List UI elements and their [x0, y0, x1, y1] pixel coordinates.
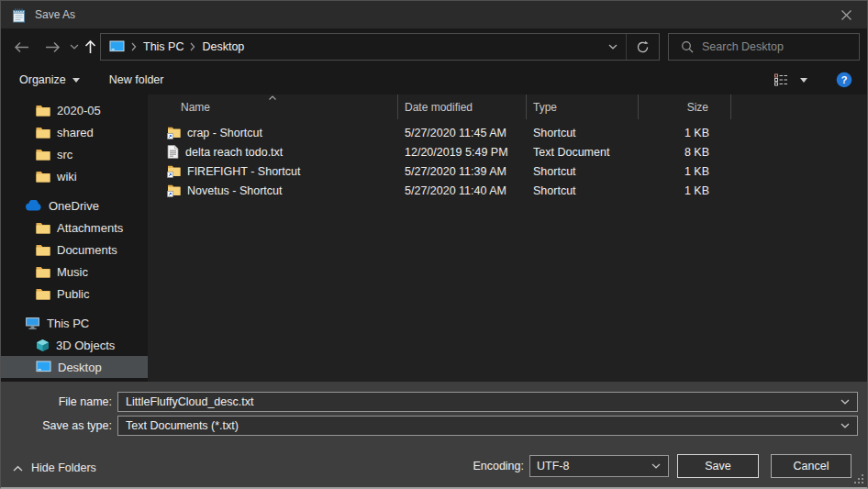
sidebar-item-2020-05[interactable]: 2020-05 — [1, 99, 148, 121]
chevron-down-icon — [70, 44, 79, 50]
title-bar: Save As — [1, 1, 867, 28]
column-header-name[interactable]: Name — [148, 94, 398, 119]
sidebar-item-shared[interactable]: shared — [1, 121, 148, 143]
folder-icon — [36, 288, 50, 300]
svg-text:?: ? — [841, 74, 848, 85]
sidebar-item-this-pc[interactable]: This PC — [1, 312, 148, 334]
chevron-down-icon[interactable] — [840, 399, 850, 405]
encoding-select[interactable]: UTF-8 — [529, 455, 669, 477]
save-button[interactable]: Save — [677, 454, 759, 478]
search-icon — [681, 40, 694, 53]
sidebar-item-documents[interactable]: Documents — [1, 239, 148, 261]
arrow-up-icon — [84, 39, 96, 54]
arrow-right-icon — [45, 41, 61, 53]
column-header-date-modified[interactable]: Date modified — [398, 94, 527, 119]
sidebar-item-attachments[interactable]: Attachments — [1, 217, 148, 239]
cancel-button[interactable]: Cancel — [771, 454, 851, 478]
folder-icon — [36, 222, 50, 234]
organize-label: Organize — [19, 73, 66, 86]
desktop-icon — [36, 361, 51, 373]
folder-icon — [36, 105, 50, 117]
back-button[interactable] — [8, 35, 34, 59]
resize-grip[interactable] — [854, 474, 864, 484]
refresh-button[interactable] — [627, 34, 659, 60]
close-button[interactable] — [826, 1, 867, 28]
cloud-icon — [25, 200, 42, 211]
breadcrumb-chevron-icon — [125, 42, 143, 51]
folder-icon — [36, 244, 50, 256]
refresh-icon — [636, 40, 650, 54]
sidebar-item-desktop[interactable]: Desktop — [1, 356, 148, 378]
encoding-value: UTF-8 — [530, 460, 569, 472]
save-as-type-select[interactable]: Text Documents (*.txt) — [117, 416, 858, 436]
main-area: 2020-05 shared src wiki OneDrive Attachm… — [1, 94, 867, 382]
details-view-icon — [773, 73, 788, 86]
sidebar-item-3d-objects[interactable]: 3D Objects — [1, 334, 148, 356]
save-as-type-value: Text Documents (*.txt) — [118, 419, 239, 432]
file-row[interactable]: delta reach todo.txt 12/20/2019 5:49 PM … — [148, 142, 867, 161]
address-bar[interactable]: This PC Desktop — [100, 33, 660, 61]
navigation-bar: This PC Desktop — [1, 28, 867, 65]
sidebar-item-src[interactable]: src — [1, 143, 148, 165]
file-row[interactable]: crap - Shortcut 5/27/2020 11:45 AM Short… — [148, 123, 867, 142]
organize-button[interactable]: Organize — [11, 65, 88, 94]
bottom-panel: File name: Save as type: Text Documents … — [1, 382, 867, 487]
sort-ascending-icon — [269, 95, 277, 100]
up-button[interactable] — [80, 35, 100, 59]
chevron-down-icon[interactable] — [651, 463, 661, 469]
hide-folders-button[interactable]: Hide Folders — [13, 461, 96, 474]
window-title: Save As — [35, 8, 75, 21]
chevron-up-icon — [13, 465, 23, 472]
column-headers: Name Date modified Type Size — [148, 94, 867, 119]
textfile-icon — [167, 145, 179, 159]
column-header-type[interactable]: Type — [527, 94, 639, 119]
folder-icon — [36, 149, 50, 161]
chevron-down-icon — [608, 44, 618, 50]
save-as-dialog: Save As This PC Desktop — [0, 0, 868, 489]
shortcut-icon — [167, 127, 181, 139]
shortcut-icon — [167, 165, 181, 178]
encoding-label: Encoding: — [473, 460, 524, 472]
search-box[interactable] — [668, 33, 860, 61]
cube-icon — [36, 339, 50, 352]
file-name-input[interactable] — [118, 395, 857, 408]
caret-down-icon — [800, 78, 807, 83]
breadcrumb-this-pc[interactable]: This PC — [143, 40, 184, 53]
close-icon — [840, 9, 852, 21]
file-rows: crap - Shortcut 5/27/2020 11:45 AM Short… — [148, 119, 867, 200]
toolbar: Organize New folder ? — [1, 65, 867, 94]
file-row[interactable]: FIREFIGHT - Shortcut 5/27/2020 11:39 AM … — [148, 161, 867, 181]
folder-icon — [36, 266, 50, 278]
desktop-icon — [109, 40, 125, 53]
sidebar-item-music[interactable]: Music — [1, 261, 148, 283]
file-row[interactable]: Novetus - Shortcut 5/27/2020 11:40 AM Sh… — [148, 181, 867, 200]
new-folder-label: New folder — [109, 73, 164, 86]
sidebar-item-wiki[interactable]: wiki — [1, 165, 148, 187]
folder-tree: 2020-05 shared src wiki OneDrive Attachm… — [1, 94, 148, 382]
breadcrumb-desktop[interactable]: Desktop — [202, 40, 244, 53]
search-input[interactable] — [702, 40, 859, 53]
view-mode-button[interactable] — [771, 73, 791, 86]
file-list: Name Date modified Type Size crap - Shor… — [148, 94, 867, 382]
address-dropdown-button[interactable] — [600, 34, 626, 60]
help-icon: ? — [836, 72, 852, 88]
hide-folders-label: Hide Folders — [31, 461, 96, 474]
forward-button[interactable] — [39, 35, 65, 59]
caret-down-icon — [72, 78, 80, 83]
sidebar-item-onedrive[interactable]: OneDrive — [1, 194, 148, 217]
save-as-type-label: Save as type: — [1, 419, 112, 432]
notepad-icon — [11, 7, 27, 23]
file-name-label: File name: — [1, 395, 112, 408]
breadcrumb-chevron-icon — [184, 42, 202, 51]
sidebar-item-public[interactable]: Public — [1, 283, 148, 305]
folder-icon — [36, 127, 50, 139]
help-button[interactable]: ? — [833, 72, 855, 88]
file-name-combobox[interactable] — [117, 392, 858, 412]
folder-icon — [36, 171, 50, 183]
arrow-left-icon — [14, 41, 29, 53]
chevron-down-icon[interactable] — [840, 423, 850, 428]
shortcut-icon — [167, 184, 181, 197]
new-folder-button[interactable]: New folder — [101, 65, 172, 94]
view-mode-dropdown[interactable] — [797, 78, 810, 83]
column-header-size[interactable]: Size — [639, 94, 731, 119]
